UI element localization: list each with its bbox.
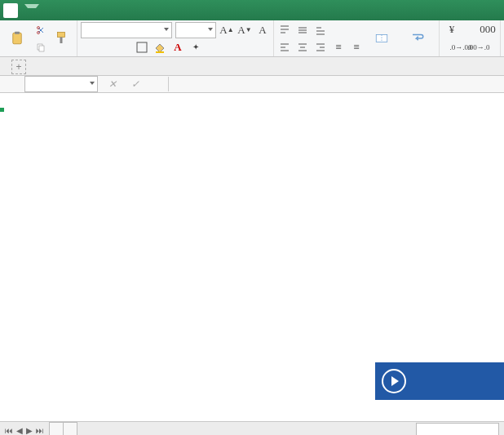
align-bot-icon	[315, 24, 326, 36]
ribbon-styles	[501, 20, 504, 56]
format-painter-button[interactable]	[49, 21, 73, 55]
align-center-button[interactable]	[295, 40, 310, 55]
scissors-icon	[36, 25, 46, 35]
sheet-nav: ⏮ ◀ ▶ ⏭	[5, 426, 44, 435]
underline-button[interactable]	[117, 40, 131, 55]
font-color-button[interactable]: A	[170, 40, 185, 55]
play-icon	[382, 369, 406, 393]
merge-center-button[interactable]	[364, 21, 400, 55]
font-size-select[interactable]	[175, 22, 216, 38]
ribbon-number: ¥ 000 .0→.00 .00→.0	[440, 20, 501, 56]
align-center-icon	[297, 42, 308, 53]
spreadsheet-grid	[0, 93, 504, 421]
sheet-nav-first[interactable]: ⏮	[5, 426, 13, 435]
wrap-icon	[410, 31, 425, 46]
shrink-font-button[interactable]: A▼	[237, 23, 252, 38]
sheet-nav-last[interactable]: ⏭	[36, 426, 44, 435]
comma-button[interactable]: 000	[480, 22, 495, 37]
bucket-icon	[154, 42, 166, 53]
app-logo	[3, 3, 18, 18]
align-bottom-button[interactable]	[313, 23, 328, 38]
cancel-button[interactable]: ✕	[104, 78, 121, 91]
clear-format-button[interactable]: A	[255, 23, 270, 38]
bold-button[interactable]	[81, 40, 95, 55]
wrap-text-button[interactable]	[400, 21, 435, 55]
quick-access-bar: +	[0, 57, 504, 76]
svg-rect-1	[15, 31, 20, 33]
paste-button[interactable]	[3, 21, 31, 55]
align-left-icon	[279, 42, 290, 53]
copy-icon	[36, 42, 46, 52]
horizontal-scrollbar[interactable]	[416, 423, 499, 435]
dec-decimal-button[interactable]: .00→.0	[471, 40, 486, 55]
brush-icon	[54, 31, 69, 46]
ribbon-font: A▲ A▼ A A ✦	[77, 20, 274, 56]
align-right-button[interactable]	[313, 40, 328, 55]
formula-bar: ✕ ✓	[0, 76, 504, 93]
sheet-nav-next[interactable]: ▶	[26, 426, 33, 435]
align-top-button[interactable]	[277, 23, 292, 38]
svg-rect-9	[156, 51, 164, 53]
align-mid-icon	[297, 24, 308, 36]
percent-button[interactable]	[462, 22, 477, 37]
svg-rect-7	[60, 37, 63, 43]
sheet-more-button[interactable]	[49, 422, 64, 435]
phonetic-button[interactable]: ✦	[188, 40, 203, 55]
sheet-nav-prev[interactable]: ◀	[16, 426, 23, 435]
enter-button[interactable]: ✓	[127, 78, 144, 91]
merge-icon	[374, 31, 389, 46]
italic-button[interactable]	[99, 40, 113, 55]
svg-rect-0	[13, 33, 22, 44]
align-middle-button[interactable]	[295, 23, 310, 38]
watermark	[375, 362, 504, 400]
name-box[interactable]	[24, 76, 98, 92]
svg-rect-5	[39, 46, 44, 51]
paste-icon	[10, 31, 24, 46]
sheet-add-button[interactable]	[63, 422, 77, 435]
copy-button[interactable]	[33, 39, 49, 55]
ribbon-alignment: ≡ ≡	[274, 20, 440, 56]
border-icon	[136, 42, 148, 53]
currency-button[interactable]: ¥	[444, 22, 459, 37]
indent-inc-button[interactable]: ≡	[349, 40, 364, 55]
indent-dec-button[interactable]: ≡	[331, 40, 346, 55]
align-left-button[interactable]	[277, 40, 292, 55]
sheet-bar: ⏮ ◀ ▶ ⏭	[0, 421, 504, 435]
app-menu-dropdown[interactable]	[24, 4, 39, 16]
ribbon-clipboard	[0, 20, 77, 56]
cut-button[interactable]	[33, 22, 49, 38]
svg-rect-8	[137, 42, 147, 52]
svg-rect-6	[58, 32, 65, 37]
formula-input[interactable]	[168, 77, 504, 91]
fill-color-button[interactable]	[153, 40, 167, 55]
font-name-select[interactable]	[81, 22, 172, 38]
new-tab-button[interactable]: +	[11, 60, 26, 74]
grow-font-button[interactable]: A▲	[219, 23, 234, 38]
align-top-icon	[279, 24, 290, 36]
inc-decimal-button[interactable]: .0→.00	[453, 40, 468, 55]
titlebar	[0, 0, 504, 20]
align-right-icon	[315, 42, 326, 53]
border-button[interactable]	[135, 40, 149, 55]
ribbon: A▲ A▼ A A ✦	[0, 20, 504, 57]
